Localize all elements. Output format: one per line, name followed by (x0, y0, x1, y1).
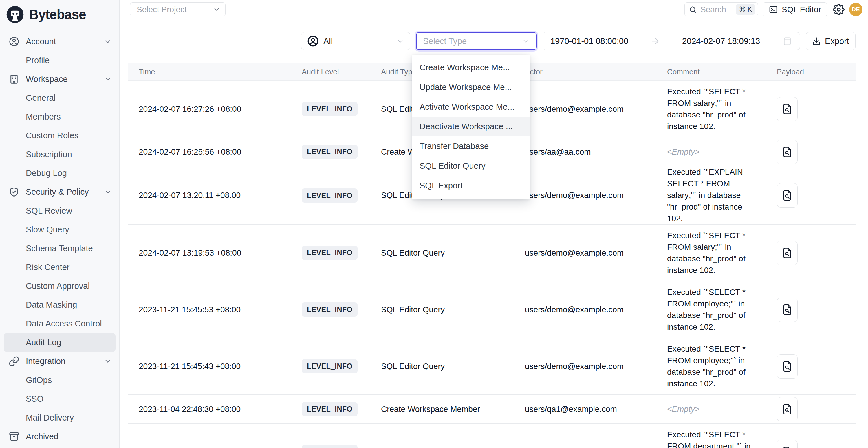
level-badge: LEVEL_INFO (302, 145, 358, 159)
sidebar-item-slow-query[interactable]: Slow Query (4, 220, 116, 239)
terminal-icon (769, 5, 778, 14)
cell-time: 2023-11-04 22:48:30 +08:00 (128, 405, 291, 414)
level-badge: LEVEL_INFO (302, 246, 358, 260)
payload-view-button[interactable] (777, 297, 798, 322)
payload-view-button[interactable] (777, 140, 798, 164)
file-search-icon (781, 446, 793, 448)
actor-filter-select[interactable]: All (301, 32, 410, 50)
cell-time: 2024-02-07 13:20:11 +08:00 (128, 191, 291, 200)
cell-comment: <Empty> (657, 147, 766, 157)
filter-bar: All Select Type 1970-01-01 08:00:00 2024… (120, 29, 868, 53)
chevron-down-icon (104, 38, 112, 45)
column-header-payload: Payload (766, 67, 856, 76)
sidebar-item-label: Schema Template (26, 244, 93, 253)
sidebar-item-subscription[interactable]: Subscription (4, 145, 116, 164)
type-option-sql-editor-query[interactable]: SQL Editor Query (412, 156, 530, 176)
sidebar-item-label: Subscription (26, 150, 72, 159)
sidebar-item-risk-center[interactable]: Risk Center (4, 258, 116, 277)
file-search-icon (781, 103, 793, 115)
sidebar-group-label: Security & Policy (26, 187, 98, 197)
link-icon (9, 356, 20, 367)
column-header-time: Time (128, 67, 291, 76)
search-input[interactable]: Search ⌘ K (684, 2, 758, 17)
sidebar-item-audit-log[interactable]: Audit Log (4, 333, 116, 352)
search-placeholder: Search (701, 5, 733, 14)
payload-view-button[interactable] (777, 241, 798, 265)
export-label: Export (825, 36, 849, 46)
archive-icon (9, 431, 20, 442)
sidebar-item-gitops[interactable]: GitOps (4, 371, 116, 389)
cell-audit-level: LEVEL_INFO (291, 188, 371, 202)
sidebar-item-custom-approval[interactable]: Custom Approval (4, 277, 116, 295)
avatar[interactable]: DE (849, 3, 863, 16)
cell-audit-level: LEVEL_INFO (291, 246, 371, 260)
sidebar-item-sso[interactable]: SSO (4, 389, 116, 408)
sidebar-item-label: Debug Log (26, 168, 67, 178)
sidebar-item-mail-delivery[interactable]: Mail Delivery (4, 408, 116, 427)
type-option-activate-workspace-me[interactable]: Activate Workspace Me... (412, 97, 530, 117)
payload-view-button[interactable] (777, 397, 798, 421)
comment-text: Executed `"SELECT * FROM department;"` i… (667, 429, 756, 448)
sidebar-item-schema-template[interactable]: Schema Template (4, 239, 116, 258)
level-badge: LEVEL_INFO (302, 402, 358, 416)
cell-time: 2024-02-07 13:19:53 +08:00 (128, 248, 291, 258)
project-select[interactable]: Select Project (130, 2, 225, 17)
sidebar-item-general[interactable]: General (4, 89, 116, 107)
file-search-icon (781, 361, 793, 372)
payload-view-button[interactable] (777, 183, 798, 207)
sidebar: Bytebase AccountProfileWorkspaceGeneralM… (0, 0, 120, 448)
comment-text: Executed `"EXPLAIN SELECT * FROM salary;… (667, 166, 756, 224)
cell-audit-level: LEVEL_INFO (291, 359, 371, 373)
type-option-transfer-database[interactable]: Transfer Database (412, 136, 530, 156)
sidebar-item-label: Slow Query (26, 225, 69, 234)
sidebar-item-data-masking[interactable]: Data Masking (4, 295, 116, 314)
sql-editor-button[interactable]: SQL Editor (763, 2, 827, 17)
search-icon (689, 5, 697, 13)
user-circle-icon (9, 36, 20, 47)
date-range-picker[interactable]: 1970-01-01 08:00:00 2024-02-07 18:09:13 (542, 32, 800, 50)
chevron-down-icon (522, 37, 530, 45)
cell-comment: Executed `"SELECT * FROM salary;"` in da… (657, 230, 766, 276)
shield-check-icon (9, 187, 20, 197)
comment-text: Executed `"SELECT * FROM salary;"` in da… (667, 230, 756, 276)
type-filter-select[interactable]: Select Type (416, 32, 537, 50)
payload-view-button[interactable] (777, 354, 798, 379)
cell-comment: Executed `"SELECT * FROM employee;"` in … (657, 343, 766, 389)
sidebar-item-profile[interactable]: Profile (4, 51, 116, 70)
type-option-update-workspace-me[interactable]: Update Workspace Me... (412, 77, 530, 97)
comment-empty: <Empty> (667, 147, 700, 156)
type-option-create-workspace-me[interactable]: Create Workspace Me... (412, 58, 530, 77)
cell-time: 2023-11-21 15:45:43 +08:00 (128, 362, 291, 371)
sidebar-item-label: SQL Review (26, 206, 72, 216)
file-search-icon (781, 404, 793, 415)
type-option-sql-export[interactable]: SQL Export (412, 176, 530, 195)
sidebar-item-members[interactable]: Members (4, 107, 116, 126)
cell-actor: users/demo@example.com (515, 305, 657, 314)
sidebar-item-label: Data Masking (26, 300, 77, 310)
sidebar-item-label: Risk Center (26, 262, 70, 272)
cell-payload (766, 97, 856, 121)
sidebar-group-archived[interactable]: Archived (0, 427, 119, 446)
payload-view-button[interactable] (777, 440, 798, 448)
sidebar-group-workspace[interactable]: Workspace (0, 70, 119, 89)
payload-view-button[interactable] (777, 97, 798, 121)
sidebar-item-sql-review[interactable]: SQL Review (4, 201, 116, 220)
export-button[interactable]: Export (806, 32, 856, 50)
chevron-down-icon (213, 5, 221, 13)
sidebar-item-data-access-control[interactable]: Data Access Control (4, 314, 116, 333)
type-filter-placeholder: Select Type (423, 36, 467, 46)
column-header-actor: Actor (515, 67, 657, 76)
cell-actor: users/demo@example.com (515, 362, 657, 371)
sidebar-item-label: Mail Delivery (26, 413, 74, 422)
type-option-deactivate-workspace[interactable]: Deactivate Workspace ... (412, 117, 530, 136)
gear-icon[interactable] (833, 4, 844, 15)
brand-logo[interactable]: Bytebase (0, 0, 119, 28)
cell-actor: users/aa@aa.com (515, 147, 657, 157)
sidebar-group-account[interactable]: Account (0, 32, 119, 51)
sidebar-item-debug-log[interactable]: Debug Log (4, 164, 116, 183)
sidebar-item-custom-roles[interactable]: Custom Roles (4, 126, 116, 145)
sidebar-group-security-policy[interactable]: Security & Policy (0, 183, 119, 201)
file-search-icon (781, 190, 793, 201)
cell-audit-level: LEVEL_INFO (291, 445, 371, 448)
sidebar-group-integration[interactable]: Integration (0, 352, 119, 371)
